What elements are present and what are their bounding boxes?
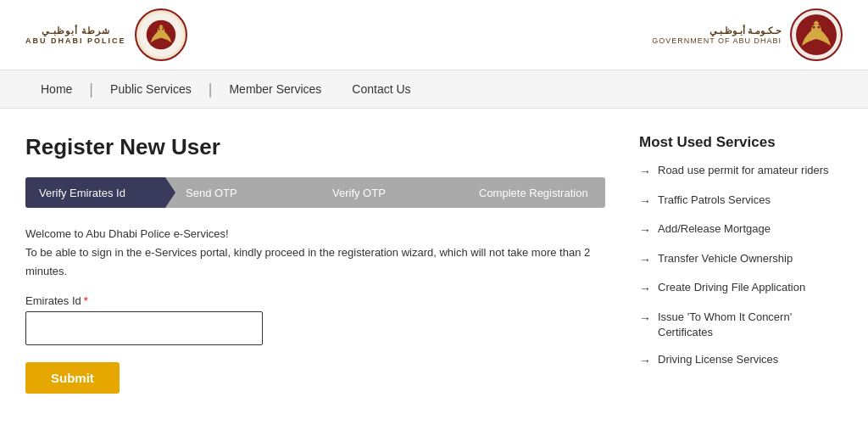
services-title: Most Used Services [639, 134, 843, 151]
service-item-mortgage[interactable]: → Add/Release Mortgage [639, 221, 843, 239]
nav-public-services[interactable]: Public Services [95, 70, 207, 108]
service-item-road-permit[interactable]: → Road use permit for amateur riders [639, 163, 843, 181]
submit-button[interactable]: Submit [25, 362, 120, 394]
service-arrow-icon: → [639, 193, 651, 210]
required-indicator: * [84, 294, 88, 307]
register-section: Register New User Verify Emirates Id Sen… [25, 134, 605, 394]
adp-logo-text: شرطة أبوظبـي ABU DHABI POLICE [25, 25, 126, 45]
service-label: Transfer Vehicle Ownership [658, 251, 793, 266]
step-1-label: Verify Emirates Id [39, 187, 125, 199]
nav-home[interactable]: Home [25, 70, 87, 108]
service-label: Create Driving File Application [658, 280, 805, 295]
step-complete-registration: Complete Registration [459, 177, 605, 208]
welcome-line1: Welcome to Abu Dhabi Police e-Services! [25, 227, 229, 240]
service-arrow-icon: → [639, 164, 651, 181]
service-label: Add/Release Mortgage [658, 221, 771, 237]
emirates-id-label: Emirates Id * [25, 294, 605, 307]
header-right: حـكـومـة أبـوظـبـي GOVERNMENT OF ABU DHA… [652, 8, 843, 61]
svg-point-7 [818, 26, 821, 29]
adp-logo-english: ABU DHABI POLICE [25, 36, 126, 45]
gov-logo-english: GOVERNMENT OF ABU DHABI [652, 36, 782, 45]
service-item-transfer-vehicle[interactable]: → Transfer Vehicle Ownership [639, 251, 843, 269]
service-item-driving-file[interactable]: → Create Driving File Application [639, 280, 843, 298]
service-item-traffic-patrols[interactable]: → Traffic Patrols Services [639, 193, 843, 210]
service-arrow-icon: → [639, 353, 651, 370]
service-item-driving-license[interactable]: → Driving License Services [639, 352, 843, 370]
nav-sep-2: | [207, 81, 214, 98]
step-verify-emirates-id: Verify Emirates Id [25, 177, 165, 208]
adp-falcon-icon [146, 20, 176, 50]
gov-logo-circle [790, 8, 843, 61]
service-label: Road use permit for amateur riders [658, 163, 829, 178]
main-content: Register New User Verify Emirates Id Sen… [0, 109, 868, 411]
service-label: Traffic Patrols Services [658, 193, 771, 208]
step-4-label: Complete Registration [479, 187, 588, 199]
service-item-whom-concern[interactable]: → Issue 'To Whom It Concern' Certificate… [639, 310, 843, 340]
step-verify-otp: Verify OTP [312, 177, 459, 208]
nav-member-services[interactable]: Member Services [214, 70, 337, 108]
step-2-label: Send OTP [186, 187, 237, 199]
adp-logo-arabic: شرطة أبوظبـي [42, 25, 110, 36]
emirates-id-field-group: Emirates Id * [25, 294, 605, 345]
service-arrow-icon: → [639, 281, 651, 298]
emirates-id-input[interactable] [25, 311, 263, 345]
page-title: Register New User [25, 134, 605, 160]
gov-logo-text: حـكـومـة أبـوظـبـي GOVERNMENT OF ABU DHA… [652, 25, 782, 45]
svg-point-2 [158, 28, 159, 30]
service-arrow-icon: → [639, 310, 651, 327]
header: شرطة أبوظبـي ABU DHABI POLICE حـكـومـة أ… [0, 0, 868, 70]
nav-sep-1: | [87, 81, 95, 98]
adp-logo-circle [135, 8, 187, 61]
steps-bar: Verify Emirates Id Send OTP Verify OTP C… [25, 177, 605, 208]
step-3-label: Verify OTP [332, 187, 386, 199]
svg-point-3 [162, 28, 164, 30]
navbar: Home | Public Services | Member Services… [0, 70, 868, 109]
gov-logo-arabic: حـكـومـة أبـوظـبـي [709, 25, 782, 36]
service-label: Driving License Services [658, 352, 778, 367]
most-used-services: Most Used Services → Road use permit for… [639, 134, 843, 394]
step-send-otp: Send OTP [165, 177, 312, 208]
service-arrow-icon: → [639, 252, 651, 269]
gov-falcon-icon [795, 14, 837, 56]
nav-contact-us[interactable]: Contact Us [337, 70, 426, 108]
service-label: Issue 'To Whom It Concern' Certificates [658, 310, 843, 340]
welcome-text: Welcome to Abu Dhabi Police e-Services! … [25, 225, 605, 281]
welcome-line2: To be able to sign in the e-Services por… [25, 246, 590, 277]
service-arrow-icon: → [639, 222, 651, 239]
svg-point-6 [813, 26, 815, 29]
header-left: شرطة أبوظبـي ABU DHABI POLICE [25, 8, 187, 61]
